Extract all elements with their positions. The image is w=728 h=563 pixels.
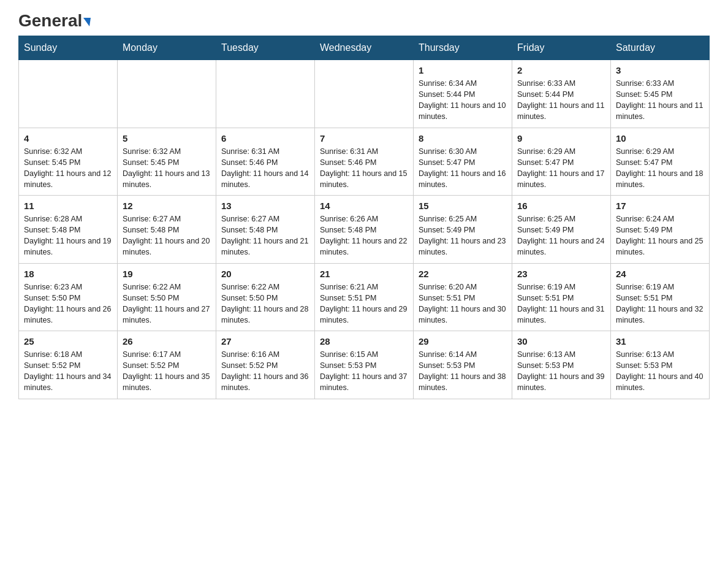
- day-info: Sunrise: 6:22 AMSunset: 5:50 PMDaylight:…: [221, 282, 309, 326]
- day-info: Sunrise: 6:21 AMSunset: 5:51 PMDaylight:…: [320, 282, 408, 326]
- calendar-cell: 21Sunrise: 6:21 AMSunset: 5:51 PMDayligh…: [315, 263, 414, 331]
- calendar-header-thursday: Thursday: [414, 36, 512, 60]
- calendar-cell: 5Sunrise: 6:32 AMSunset: 5:45 PMDaylight…: [118, 128, 216, 196]
- day-number: 9: [517, 133, 605, 144]
- day-info: Sunrise: 6:31 AMSunset: 5:46 PMDaylight:…: [221, 146, 309, 191]
- day-number: 5: [123, 133, 211, 144]
- day-number: 28: [320, 336, 408, 347]
- day-number: 21: [320, 269, 408, 279]
- calendar-cell: 6Sunrise: 6:31 AMSunset: 5:46 PMDaylight…: [216, 128, 315, 196]
- day-info: Sunrise: 6:17 AMSunset: 5:52 PMDaylight:…: [123, 349, 211, 394]
- calendar-cell: 30Sunrise: 6:13 AMSunset: 5:53 PMDayligh…: [512, 331, 611, 399]
- page-header: General: [18, 12, 710, 29]
- week-row-1: 1Sunrise: 6:34 AMSunset: 5:44 PMDaylight…: [19, 60, 710, 128]
- day-number: 12: [123, 201, 211, 211]
- week-row-5: 25Sunrise: 6:18 AMSunset: 5:52 PMDayligh…: [19, 331, 710, 399]
- calendar-cell: 29Sunrise: 6:14 AMSunset: 5:53 PMDayligh…: [414, 331, 512, 399]
- calendar-cell: 27Sunrise: 6:16 AMSunset: 5:52 PMDayligh…: [216, 331, 315, 399]
- day-number: 29: [419, 336, 507, 347]
- calendar-header-saturday: Saturday: [611, 36, 710, 60]
- day-number: 14: [320, 201, 408, 211]
- day-info: Sunrise: 6:27 AMSunset: 5:48 PMDaylight:…: [123, 213, 211, 258]
- logo-general: General: [18, 12, 91, 29]
- day-info: Sunrise: 6:23 AMSunset: 5:50 PMDaylight:…: [24, 282, 112, 326]
- day-number: 18: [24, 269, 112, 279]
- calendar-cell: 1Sunrise: 6:34 AMSunset: 5:44 PMDaylight…: [414, 60, 512, 128]
- day-number: 10: [616, 133, 704, 144]
- calendar-cell: 31Sunrise: 6:13 AMSunset: 5:53 PMDayligh…: [611, 331, 710, 399]
- day-number: 4: [24, 133, 112, 144]
- day-number: 2: [517, 65, 605, 75]
- calendar-cell: 20Sunrise: 6:22 AMSunset: 5:50 PMDayligh…: [216, 263, 315, 331]
- day-info: Sunrise: 6:28 AMSunset: 5:48 PMDaylight:…: [24, 213, 112, 258]
- day-number: 19: [123, 269, 211, 279]
- day-info: Sunrise: 6:19 AMSunset: 5:51 PMDaylight:…: [517, 282, 605, 326]
- calendar-cell: [315, 60, 414, 128]
- calendar-cell: [216, 60, 315, 128]
- day-info: Sunrise: 6:14 AMSunset: 5:53 PMDaylight:…: [419, 349, 507, 394]
- calendar-header-row: SundayMondayTuesdayWednesdayThursdayFrid…: [19, 36, 710, 60]
- calendar-cell: 28Sunrise: 6:15 AMSunset: 5:53 PMDayligh…: [315, 331, 414, 399]
- day-info: Sunrise: 6:30 AMSunset: 5:47 PMDaylight:…: [419, 146, 507, 191]
- calendar-cell: 22Sunrise: 6:20 AMSunset: 5:51 PMDayligh…: [414, 263, 512, 331]
- day-number: 27: [221, 336, 309, 347]
- day-info: Sunrise: 6:31 AMSunset: 5:46 PMDaylight:…: [320, 146, 408, 191]
- calendar-cell: 8Sunrise: 6:30 AMSunset: 5:47 PMDaylight…: [414, 128, 512, 196]
- day-number: 6: [221, 133, 309, 144]
- calendar-cell: 23Sunrise: 6:19 AMSunset: 5:51 PMDayligh…: [512, 263, 611, 331]
- day-info: Sunrise: 6:13 AMSunset: 5:53 PMDaylight:…: [616, 349, 704, 394]
- day-info: Sunrise: 6:22 AMSunset: 5:50 PMDaylight:…: [123, 282, 211, 326]
- day-number: 16: [517, 201, 605, 211]
- calendar-cell: 19Sunrise: 6:22 AMSunset: 5:50 PMDayligh…: [118, 263, 216, 331]
- day-number: 1: [419, 65, 507, 75]
- day-number: 25: [24, 336, 112, 347]
- calendar-cell: [19, 60, 118, 128]
- day-info: Sunrise: 6:26 AMSunset: 5:48 PMDaylight:…: [320, 213, 408, 258]
- day-number: 24: [616, 269, 704, 279]
- day-info: Sunrise: 6:20 AMSunset: 5:51 PMDaylight:…: [419, 282, 507, 326]
- day-info: Sunrise: 6:19 AMSunset: 5:51 PMDaylight:…: [616, 282, 704, 326]
- calendar-header-friday: Friday: [512, 36, 611, 60]
- day-number: 8: [419, 133, 507, 144]
- calendar-cell: 13Sunrise: 6:27 AMSunset: 5:48 PMDayligh…: [216, 196, 315, 264]
- calendar-cell: 18Sunrise: 6:23 AMSunset: 5:50 PMDayligh…: [19, 263, 118, 331]
- day-number: 11: [24, 201, 112, 211]
- calendar-cell: 17Sunrise: 6:24 AMSunset: 5:49 PMDayligh…: [611, 196, 710, 264]
- day-number: 26: [123, 336, 211, 347]
- day-info: Sunrise: 6:15 AMSunset: 5:53 PMDaylight:…: [320, 349, 408, 394]
- week-row-3: 11Sunrise: 6:28 AMSunset: 5:48 PMDayligh…: [19, 196, 710, 264]
- day-number: 22: [419, 269, 507, 279]
- day-info: Sunrise: 6:27 AMSunset: 5:48 PMDaylight:…: [221, 213, 309, 258]
- day-info: Sunrise: 6:16 AMSunset: 5:52 PMDaylight:…: [221, 349, 309, 394]
- day-number: 30: [517, 336, 605, 347]
- calendar-cell: 25Sunrise: 6:18 AMSunset: 5:52 PMDayligh…: [19, 331, 118, 399]
- day-number: 20: [221, 269, 309, 279]
- calendar-cell: 10Sunrise: 6:29 AMSunset: 5:47 PMDayligh…: [611, 128, 710, 196]
- calendar-cell: 9Sunrise: 6:29 AMSunset: 5:47 PMDaylight…: [512, 128, 611, 196]
- day-number: 31: [616, 336, 704, 347]
- calendar-cell: 15Sunrise: 6:25 AMSunset: 5:49 PMDayligh…: [414, 196, 512, 264]
- day-number: 15: [419, 201, 507, 211]
- day-info: Sunrise: 6:34 AMSunset: 5:44 PMDaylight:…: [419, 78, 507, 123]
- day-number: 17: [616, 201, 704, 211]
- week-row-4: 18Sunrise: 6:23 AMSunset: 5:50 PMDayligh…: [19, 263, 710, 331]
- calendar-cell: 4Sunrise: 6:32 AMSunset: 5:45 PMDaylight…: [19, 128, 118, 196]
- calendar-header-sunday: Sunday: [19, 36, 118, 60]
- day-info: Sunrise: 6:25 AMSunset: 5:49 PMDaylight:…: [517, 213, 605, 258]
- calendar-header-wednesday: Wednesday: [315, 36, 414, 60]
- day-number: 23: [517, 269, 605, 279]
- calendar-cell: 12Sunrise: 6:27 AMSunset: 5:48 PMDayligh…: [118, 196, 216, 264]
- calendar-cell: 3Sunrise: 6:33 AMSunset: 5:45 PMDaylight…: [611, 60, 710, 128]
- calendar-cell: 14Sunrise: 6:26 AMSunset: 5:48 PMDayligh…: [315, 196, 414, 264]
- calendar-cell: 16Sunrise: 6:25 AMSunset: 5:49 PMDayligh…: [512, 196, 611, 264]
- calendar-table: SundayMondayTuesdayWednesdayThursdayFrid…: [18, 36, 710, 399]
- day-info: Sunrise: 6:25 AMSunset: 5:49 PMDaylight:…: [419, 213, 507, 258]
- day-info: Sunrise: 6:18 AMSunset: 5:52 PMDaylight:…: [24, 349, 112, 394]
- week-row-2: 4Sunrise: 6:32 AMSunset: 5:45 PMDaylight…: [19, 128, 710, 196]
- calendar-cell: 11Sunrise: 6:28 AMSunset: 5:48 PMDayligh…: [19, 196, 118, 264]
- calendar-cell: 24Sunrise: 6:19 AMSunset: 5:51 PMDayligh…: [611, 263, 710, 331]
- day-info: Sunrise: 6:33 AMSunset: 5:44 PMDaylight:…: [517, 78, 605, 123]
- calendar-cell: 7Sunrise: 6:31 AMSunset: 5:46 PMDaylight…: [315, 128, 414, 196]
- calendar-header-monday: Monday: [118, 36, 216, 60]
- logo: General: [18, 12, 91, 29]
